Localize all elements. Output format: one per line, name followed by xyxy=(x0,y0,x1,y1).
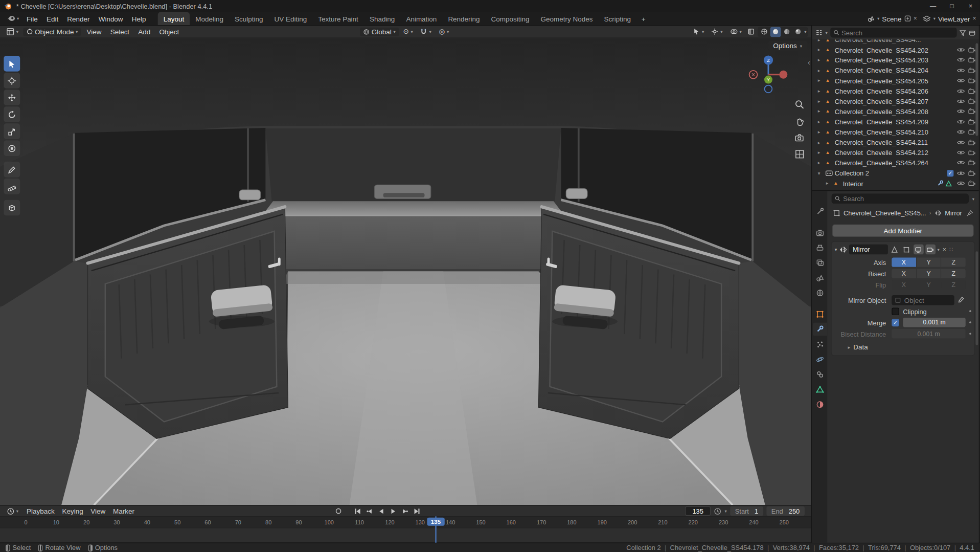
bisect-distance-field[interactable]: 0.001 m xyxy=(892,329,966,338)
eye-icon[interactable] xyxy=(957,129,965,135)
shading-rendered-button[interactable] xyxy=(793,27,804,37)
disclosure-icon[interactable]: ▸ xyxy=(818,129,826,135)
properties-search-input[interactable] xyxy=(843,195,966,203)
timeline-menu-item[interactable]: Keying xyxy=(58,506,87,515)
animate-dot[interactable] xyxy=(969,321,971,323)
maximize-button[interactable]: □ xyxy=(942,0,961,12)
outliner-row[interactable]: ▸ ▲ Chevrolet_Chevelle_SS454.211 xyxy=(812,137,979,147)
new-scene-icon[interactable] xyxy=(904,15,910,21)
workspace-tab[interactable]: Sculpting xyxy=(229,12,268,25)
disclosure-icon[interactable]: ▸ xyxy=(818,68,826,73)
eye-icon[interactable] xyxy=(957,170,965,176)
camera-icon[interactable] xyxy=(968,88,976,94)
outliner-row[interactable]: ▸ ▲ Chevrolet_Chevelle_SS454.206 xyxy=(812,86,979,96)
eye-icon[interactable] xyxy=(957,88,965,94)
outliner-search[interactable] xyxy=(830,28,957,38)
merge-threshold-field[interactable]: 0.001 m xyxy=(903,318,965,327)
tab-constraints[interactable] xyxy=(812,368,827,381)
clipping-checkbox[interactable] xyxy=(892,307,899,315)
camera-icon[interactable] xyxy=(968,47,976,53)
viewport-menu-item[interactable]: Select xyxy=(106,26,134,37)
menu-item[interactable]: Edit xyxy=(42,13,62,24)
minimize-button[interactable]: — xyxy=(924,0,943,12)
pivot-point-button[interactable]: ⊙▾ xyxy=(400,27,416,36)
camera-icon[interactable] xyxy=(968,119,976,125)
gizmos-button[interactable]: ▾ xyxy=(709,28,726,36)
shading-material-button[interactable] xyxy=(782,27,792,37)
add-modifier-button[interactable]: Add Modifier xyxy=(832,225,974,237)
disclosure-icon[interactable]: ▸ xyxy=(818,78,826,83)
eye-icon[interactable] xyxy=(957,47,965,53)
eye-icon[interactable] xyxy=(957,119,965,125)
disclosure-icon[interactable]: ▸ xyxy=(826,181,834,186)
flip-x-button[interactable]: X xyxy=(892,280,916,290)
workspace-tab[interactable]: Layout xyxy=(158,12,190,25)
navigation-gizmo[interactable]: Z X Y xyxy=(746,52,791,97)
menu-item[interactable]: File xyxy=(22,13,42,24)
tab-render[interactable] xyxy=(812,226,827,239)
end-frame-field[interactable]: End250 xyxy=(766,506,805,516)
tab-particles[interactable] xyxy=(812,338,827,351)
camera-icon[interactable] xyxy=(968,160,976,166)
mode-selector[interactable]: Object Mode ▾ xyxy=(23,27,81,36)
outliner-row[interactable]: ▸ ▲ Chevrolet_Chevelle_SS454.203 xyxy=(812,55,979,65)
close-button[interactable]: × xyxy=(961,0,980,12)
disclosure-icon[interactable]: ▸ xyxy=(818,57,826,63)
workspace-tab[interactable]: Compositing xyxy=(486,12,535,25)
filter-icon[interactable] xyxy=(960,29,966,36)
unlink-scene-icon[interactable]: × xyxy=(914,15,917,21)
disclosure-icon[interactable]: ▸ xyxy=(818,150,826,156)
bisect-x-button[interactable]: X xyxy=(892,269,916,278)
jump-to-start-button[interactable] xyxy=(352,506,362,515)
tab-physics[interactable] xyxy=(812,353,827,366)
disclosure-icon[interactable]: ▸ xyxy=(818,98,826,104)
transform-tool[interactable] xyxy=(4,140,20,156)
add-cube-tool[interactable] xyxy=(4,200,20,216)
move-tool[interactable] xyxy=(4,90,20,105)
perspective-toggle-tool[interactable] xyxy=(794,149,805,160)
cursor-tool[interactable] xyxy=(4,73,20,89)
overlays-button[interactable]: ▾ xyxy=(727,28,745,36)
rotate-tool[interactable] xyxy=(4,106,20,122)
camera-icon[interactable] xyxy=(968,78,976,83)
eye-icon[interactable] xyxy=(957,108,965,114)
disclosure-icon[interactable]: ▾ xyxy=(818,170,826,176)
collection-checkbox[interactable]: ✓ xyxy=(947,170,953,176)
axis-x-button[interactable]: X xyxy=(892,257,916,267)
camera-icon[interactable] xyxy=(968,170,976,176)
workspace-tab[interactable]: Modeling xyxy=(190,12,229,25)
outliner-row[interactable]: ▸ ▲ Chevrolet_Chevelle_SS454.204 xyxy=(812,65,979,76)
show-in-viewport-toggle[interactable] xyxy=(914,245,924,255)
camera-icon[interactable] xyxy=(968,129,976,135)
tab-scene[interactable] xyxy=(812,271,827,284)
camera-icon[interactable] xyxy=(968,98,976,104)
modifier-name-field[interactable]: Mirror xyxy=(849,245,888,255)
outliner-row[interactable]: ▸ ▲ Chevrolet_Chevelle_SS454.205 xyxy=(812,76,979,86)
next-keyframe-button[interactable] xyxy=(400,506,410,515)
workspace-tab[interactable]: UV Editing xyxy=(268,12,312,25)
bisect-y-button[interactable]: Y xyxy=(917,269,941,278)
workspace-tab[interactable]: Rendering xyxy=(442,12,485,25)
outliner-row[interactable]: ▸ ▲ Chevrolet_Chevelle_SS454.202 xyxy=(812,45,979,55)
workspace-tab[interactable]: Shading xyxy=(364,12,401,25)
object-visibility-button[interactable]: ▾ xyxy=(690,28,708,36)
current-frame-field[interactable]: 135 xyxy=(685,506,711,516)
transform-orientation-selector[interactable]: Global ▾ xyxy=(360,27,399,36)
camera-icon[interactable] xyxy=(968,150,976,156)
tab-tool[interactable] xyxy=(812,205,827,218)
outliner-row-clipped[interactable]: ▸ ▲ Chevrolet_Chevelle_SS454... xyxy=(812,39,979,45)
viewport-menu-item[interactable]: Object xyxy=(155,26,184,37)
shading-wireframe-button[interactable] xyxy=(759,27,770,37)
outliner-row[interactable]: ▸ ▲ Chevrolet_Chevelle_SS454.209 xyxy=(812,117,979,127)
tab-object-data[interactable] xyxy=(812,383,827,396)
menu-item[interactable]: Help xyxy=(127,13,150,24)
disclosure-icon[interactable]: ▸ xyxy=(818,140,826,145)
eye-icon[interactable] xyxy=(957,181,965,186)
workspace-tab[interactable]: Geometry Nodes xyxy=(535,12,599,25)
data-subpanel[interactable]: ▸ Data xyxy=(832,340,974,351)
flip-y-button[interactable]: Y xyxy=(917,280,941,290)
disclosure-icon[interactable]: ▸ xyxy=(818,47,826,53)
timeline-tracks[interactable] xyxy=(0,527,811,542)
show-on-cage-toggle[interactable] xyxy=(890,245,900,255)
disclosure-icon[interactable]: ▾ xyxy=(835,247,837,252)
